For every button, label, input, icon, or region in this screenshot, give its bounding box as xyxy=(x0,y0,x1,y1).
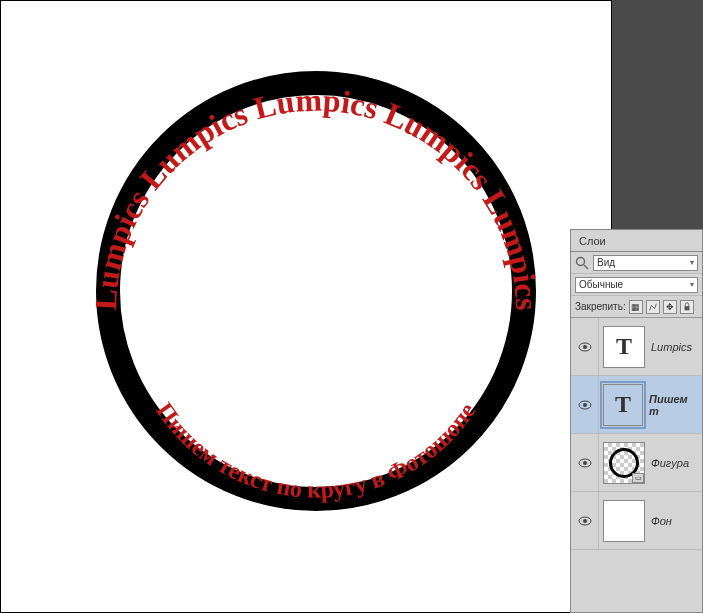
layers-panel: Слои Вид ▾ Обычные ▾ Закрепить: ▦ ✥ xyxy=(570,229,703,613)
eye-icon xyxy=(578,400,592,410)
svg-point-8 xyxy=(583,403,587,407)
svg-point-12 xyxy=(583,519,587,523)
eye-icon xyxy=(578,342,592,352)
filter-row: Вид ▾ xyxy=(571,252,702,274)
svg-line-3 xyxy=(584,265,588,269)
panel-tabs: Слои xyxy=(571,230,702,252)
eye-icon xyxy=(578,458,592,468)
text-icon: T xyxy=(616,333,632,360)
chevron-down-icon: ▾ xyxy=(690,258,694,267)
lock-position-icon[interactable]: ✥ xyxy=(663,300,677,314)
lock-all-icon[interactable] xyxy=(680,300,694,314)
blend-mode-dropdown[interactable]: Обычные ▾ xyxy=(575,277,698,293)
lock-transparent-icon[interactable]: ▦ xyxy=(629,300,643,314)
layer-thumbnail xyxy=(603,500,645,542)
lock-pixels-icon[interactable] xyxy=(646,300,660,314)
layer-item-text-active[interactable]: T Пишем т xyxy=(571,376,702,434)
tab-layers[interactable]: Слои xyxy=(571,232,614,250)
svg-rect-4 xyxy=(684,306,689,310)
visibility-toggle[interactable] xyxy=(571,318,599,375)
layer-name: Lumpics xyxy=(651,341,692,353)
layer-thumbnail: ▭ xyxy=(603,442,645,484)
lock-row: Закрепить: ▦ ✥ xyxy=(571,296,702,318)
lock-label: Закрепить: xyxy=(575,301,626,312)
layer-item-background[interactable]: Фон xyxy=(571,492,702,550)
text-icon: T xyxy=(615,391,631,418)
layer-name: Фигура xyxy=(651,457,689,469)
circle-artwork: Lumpics Lumpics Lumpics Lumpics Lumpics … xyxy=(96,71,536,511)
layer-list: T Lumpics T Пишем т xyxy=(571,318,702,550)
vector-mask-badge: ▭ xyxy=(632,473,644,483)
visibility-toggle[interactable] xyxy=(571,434,599,491)
layer-name: Пишем т xyxy=(649,393,698,417)
visibility-toggle[interactable] xyxy=(571,376,599,433)
svg-point-10 xyxy=(583,461,587,465)
filter-value: Вид xyxy=(597,257,615,268)
circle-shape xyxy=(96,71,536,511)
layer-thumbnail: T xyxy=(603,384,643,426)
svg-point-6 xyxy=(583,345,587,349)
svg-point-2 xyxy=(577,257,585,265)
layer-item-text-lumpics[interactable]: T Lumpics xyxy=(571,318,702,376)
layer-name: Фон xyxy=(651,515,672,527)
visibility-toggle[interactable] xyxy=(571,492,599,549)
layer-thumbnail: T xyxy=(603,326,645,368)
layer-item-shape[interactable]: ▭ Фигура xyxy=(571,434,702,492)
filter-dropdown[interactable]: Вид ▾ xyxy=(593,255,698,271)
blend-mode-row: Обычные ▾ xyxy=(571,274,702,296)
blend-mode-value: Обычные xyxy=(579,279,623,290)
eye-icon xyxy=(578,516,592,526)
canvas-area[interactable]: Lumpics Lumpics Lumpics Lumpics Lumpics … xyxy=(0,0,612,613)
chevron-down-icon: ▾ xyxy=(690,280,694,289)
search-icon xyxy=(575,256,589,270)
